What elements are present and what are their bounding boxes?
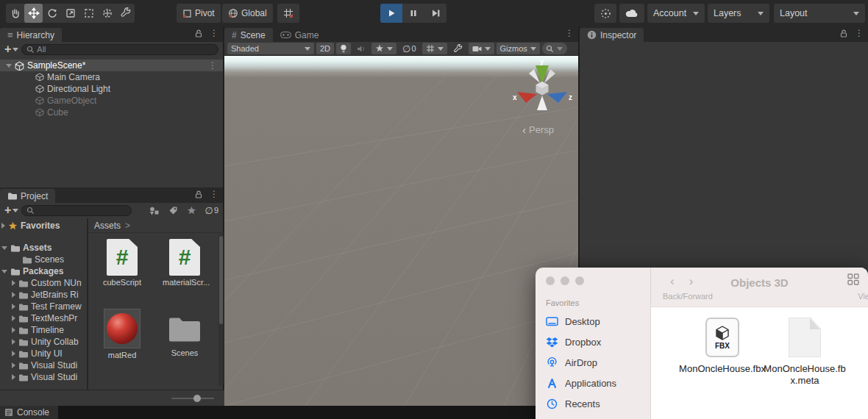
disclosure-triangle-icon[interactable] — [12, 304, 15, 309]
scale-tool-icon[interactable] — [61, 4, 79, 23]
zoom-window-button[interactable] — [575, 276, 584, 285]
scene-viewport[interactable]: y x z ‹ Persp — [224, 56, 578, 406]
project-search-input[interactable] — [37, 206, 127, 215]
tree-row[interactable]: Visual Studi — [0, 359, 87, 371]
hierarchy-search-input[interactable] — [37, 45, 213, 54]
disclosure-triangle-icon[interactable] — [12, 327, 15, 333]
custom-tools-icon[interactable] — [116, 4, 135, 23]
finder-window[interactable]: Favorites Desktop Dropbox AirDrop Applic… — [536, 268, 868, 419]
hand-tool-icon[interactable] — [6, 4, 24, 23]
view-as-icons-button[interactable] — [847, 273, 862, 285]
asset-scenes-folder[interactable]: Scenes — [163, 309, 207, 357]
file-fbx[interactable]: FBX MonOncleHouse.fbx — [679, 318, 766, 375]
hierarchy-search-field[interactable] — [21, 44, 218, 55]
kebab-menu-icon[interactable]: ⋮ — [565, 29, 574, 37]
shading-mode-dropdown[interactable]: Shaded — [227, 43, 314, 54]
play-button[interactable] — [380, 4, 402, 23]
hierarchy-row[interactable]: Cube — [0, 107, 223, 118]
favorites-star-icon[interactable] — [187, 206, 196, 215]
kebab-menu-icon[interactable]: ⋮ — [855, 29, 864, 37]
hierarchy-row-scene[interactable]: SampleScene* ⋮ — [0, 60, 223, 71]
step-button[interactable] — [424, 4, 447, 23]
tree-row[interactable]: JetBrains Ri — [0, 289, 87, 301]
scene-tools-button[interactable] — [449, 43, 466, 54]
projection-toggle[interactable]: ‹ Persp — [522, 123, 554, 136]
sidebar-item-recents[interactable]: Recents — [546, 396, 650, 412]
disclosure-triangle-icon[interactable] — [12, 280, 15, 286]
rotate-tool-icon[interactable] — [43, 4, 61, 23]
disclosure-triangle-icon[interactable] — [12, 315, 15, 321]
tab-scene[interactable]: # Scene — [224, 28, 273, 42]
breadcrumb[interactable]: Assets > — [88, 218, 224, 233]
tree-row[interactable]: Unity Collab — [0, 336, 87, 348]
tree-row[interactable]: TextMeshPr — [0, 312, 87, 324]
disclosure-triangle-icon[interactable] — [1, 246, 7, 250]
tab-inspector[interactable]: Inspector — [580, 28, 644, 42]
project-create-button[interactable]: + — [4, 204, 18, 216]
tree-row[interactable]: Custom NUn — [0, 277, 87, 289]
cloud-services-button[interactable] — [619, 4, 644, 23]
lock-icon[interactable] — [840, 29, 847, 37]
project-hidden-count-button[interactable]: ∅ 9 — [205, 205, 218, 216]
disclosure-triangle-icon[interactable] — [6, 64, 12, 68]
disclosure-triangle-icon[interactable] — [12, 351, 15, 357]
tree-row[interactable]: Packages — [0, 265, 87, 277]
close-window-button[interactable] — [546, 276, 555, 285]
sidebar-item-applications[interactable]: Applications — [546, 376, 650, 391]
scrollbar-thumb[interactable] — [219, 236, 223, 324]
2d-toggle-button[interactable]: 2D — [316, 43, 334, 54]
tab-hierarchy[interactable]: ≡ Hierarchy — [0, 28, 62, 42]
gizmos-dropdown[interactable]: Gizmos — [497, 43, 540, 54]
search-by-label-icon[interactable] — [168, 206, 178, 215]
asset-materialscript[interactable]: # materialScr... — [163, 239, 207, 287]
project-search-field[interactable] — [21, 205, 132, 216]
sidebar-item-desktop[interactable]: Desktop — [546, 314, 650, 329]
layers-dropdown[interactable]: Layers — [708, 4, 769, 23]
asset-matred[interactable]: matRed — [100, 309, 144, 359]
file-fbx-meta[interactable]: MonOncleHouse.fbx.meta — [761, 318, 848, 387]
tree-row[interactable]: Unity UI — [0, 348, 87, 359]
pause-button[interactable] — [402, 4, 424, 23]
search-by-type-icon[interactable] — [149, 206, 160, 215]
thumbnail-zoom-slider[interactable] — [171, 398, 214, 399]
disclosure-triangle-icon[interactable] — [12, 362, 15, 368]
disclosure-triangle-icon[interactable] — [1, 223, 5, 229]
pivot-toggle-button[interactable]: Pivot — [177, 4, 221, 23]
disclosure-triangle-icon[interactable] — [12, 292, 15, 298]
sidebar-item-dropbox[interactable]: Dropbox — [546, 334, 650, 350]
hierarchy-row[interactable]: Main Camera — [0, 71, 223, 83]
orientation-gizmo[interactable]: y x z — [511, 57, 574, 121]
hierarchy-create-button[interactable]: + — [4, 43, 18, 55]
tree-row[interactable]: Scenes — [0, 254, 87, 265]
asset-cubescript[interactable]: # cubeScript — [100, 239, 144, 287]
disclosure-triangle-icon[interactable] — [12, 339, 15, 345]
hierarchy-row[interactable]: Directional Light — [0, 83, 223, 95]
lock-icon[interactable] — [195, 29, 202, 37]
kebab-menu-icon[interactable]: ⋮ — [210, 29, 218, 37]
account-dropdown[interactable]: Account — [647, 4, 705, 23]
tab-project[interactable]: Project — [0, 189, 55, 203]
tree-row[interactable]: Assets — [0, 242, 87, 254]
tree-row[interactable]: Test Framew — [0, 301, 87, 312]
lock-icon[interactable] — [195, 190, 202, 198]
scene-camera-dropdown[interactable] — [469, 43, 494, 54]
minimize-window-button[interactable] — [561, 276, 569, 285]
layout-dropdown[interactable]: Layout — [774, 4, 865, 23]
tree-row[interactable]: Timeline — [0, 324, 87, 336]
global-toggle-button[interactable]: Global — [222, 4, 273, 23]
disclosure-triangle-icon[interactable] — [12, 374, 15, 380]
transform-tool-icon[interactable] — [98, 4, 116, 23]
lighting-toggle-button[interactable] — [336, 43, 351, 54]
audio-toggle-button[interactable] — [353, 43, 369, 54]
hierarchy-row[interactable]: GameObject — [0, 95, 223, 107]
kebab-menu-icon[interactable]: ⋮ — [210, 190, 218, 198]
kebab-menu-icon[interactable]: ⋮ — [208, 61, 217, 70]
scrollbar-vertical[interactable] — [218, 234, 224, 386]
scene-search-button[interactable] — [542, 43, 567, 54]
rect-tool-icon[interactable] — [79, 4, 98, 23]
progress-activity-button[interactable] — [594, 4, 616, 23]
slider-thumb[interactable] — [193, 395, 201, 402]
grid-visibility-dropdown[interactable] — [422, 43, 447, 54]
hidden-objects-button[interactable]: ∅ 0 — [399, 43, 419, 54]
tree-row-favorites[interactable]: Favorites — [0, 220, 87, 232]
